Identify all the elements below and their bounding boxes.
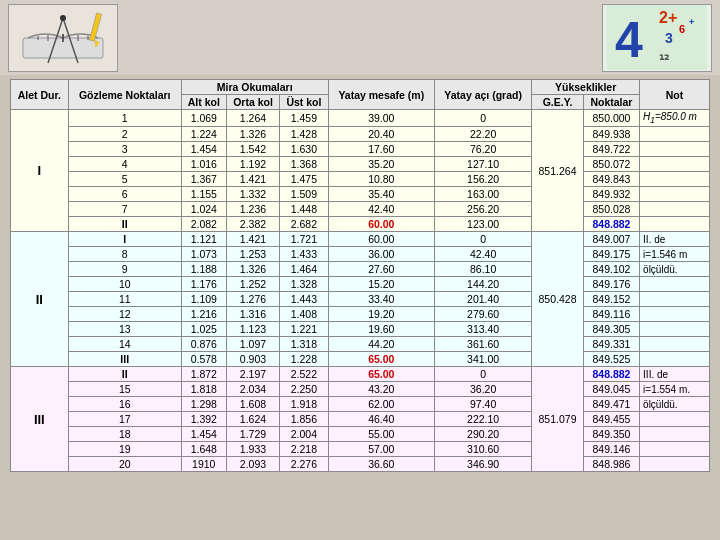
yatay-aci-cell: 156.20 bbox=[435, 172, 532, 187]
alt-kol-cell: 1.069 bbox=[181, 110, 226, 127]
yatay-aci-cell: 22.20 bbox=[435, 127, 532, 142]
orta-kol-cell: 1.252 bbox=[226, 277, 280, 292]
orta-kol-cell: 1.933 bbox=[226, 442, 280, 457]
yatay-aci-cell: 290.20 bbox=[435, 427, 532, 442]
noktalar-cell: 849.176 bbox=[583, 277, 639, 292]
not-cell: ölçüldü. bbox=[640, 262, 710, 277]
table-row: 31.4541.5421.63017.6076.20849.722 bbox=[11, 142, 710, 157]
yatay-mesafe-cell: 62.00 bbox=[328, 397, 435, 412]
yatay-mesafe-cell: 19.20 bbox=[328, 307, 435, 322]
col-yatay-mesafe: Yatay mesafe (m) bbox=[328, 80, 435, 110]
orta-kol-cell: 1.332 bbox=[226, 187, 280, 202]
not-cell bbox=[640, 352, 710, 367]
table-row: 181.4541.7292.00455.00290.20849.350 bbox=[11, 427, 710, 442]
orta-kol-cell: 1.236 bbox=[226, 202, 280, 217]
svg-text:6: 6 bbox=[679, 23, 685, 35]
nokta-cell: III bbox=[68, 352, 181, 367]
yatay-mesafe-cell: 42.40 bbox=[328, 202, 435, 217]
yatay-mesafe-cell: 36.60 bbox=[328, 457, 435, 472]
yatay-mesafe-cell: 60.00 bbox=[328, 217, 435, 232]
col-not: Not bbox=[640, 80, 710, 110]
not-cell bbox=[640, 442, 710, 457]
yatay-aci-cell: 310.60 bbox=[435, 442, 532, 457]
orta-kol-cell: 1.253 bbox=[226, 247, 280, 262]
not-cell bbox=[640, 142, 710, 157]
ust-kol-cell: 1.856 bbox=[280, 412, 328, 427]
col-yukseklikler: Yükseklikler bbox=[532, 80, 640, 95]
table-row: 121.2161.3161.40819.20279.60849.116 bbox=[11, 307, 710, 322]
not-cell: ölçüldü. bbox=[640, 397, 710, 412]
nokta-cell: 4 bbox=[68, 157, 181, 172]
ust-kol-cell: 2.682 bbox=[280, 217, 328, 232]
yatay-mesafe-cell: 55.00 bbox=[328, 427, 435, 442]
not-cell bbox=[640, 412, 710, 427]
not-cell: i=1.554 m. bbox=[640, 382, 710, 397]
alt-kol-cell: 1.176 bbox=[181, 277, 226, 292]
orta-kol-cell: 1.276 bbox=[226, 292, 280, 307]
table-container: Alet Dur. Gözleme Noktaları Mira Okumala… bbox=[0, 75, 720, 476]
nokta-cell: 14 bbox=[68, 337, 181, 352]
orta-kol-cell: 1.608 bbox=[226, 397, 280, 412]
orta-kol-cell: 2.034 bbox=[226, 382, 280, 397]
not-cell bbox=[640, 457, 710, 472]
alt-kol-cell: 1.121 bbox=[181, 232, 226, 247]
noktalar-cell: 848.986 bbox=[583, 457, 639, 472]
table-row: 81.0731.2531.43336.0042.40849.175i=1.546… bbox=[11, 247, 710, 262]
nokta-cell: 11 bbox=[68, 292, 181, 307]
col-gey: G.E.Y. bbox=[532, 95, 584, 110]
alt-kol-cell: 1910 bbox=[181, 457, 226, 472]
nokta-cell: 1 bbox=[68, 110, 181, 127]
yatay-mesafe-cell: 15.20 bbox=[328, 277, 435, 292]
yatay-aci-cell: 97.40 bbox=[435, 397, 532, 412]
not-cell bbox=[640, 172, 710, 187]
noktalar-cell: 849.932 bbox=[583, 187, 639, 202]
alt-kol-cell: 1.224 bbox=[181, 127, 226, 142]
ust-kol-cell: 2.276 bbox=[280, 457, 328, 472]
alt-kol-cell: 1.872 bbox=[181, 367, 226, 382]
svg-text:₁₂: ₁₂ bbox=[659, 48, 669, 63]
table-row: III0.5780.9031.22865.00341.00849.525 bbox=[11, 352, 710, 367]
col-orta-kol: Orta kol bbox=[226, 95, 280, 110]
alt-kol-cell: 2.082 bbox=[181, 217, 226, 232]
page-background: 4 2+ 3 ₁₂ 6 + Alet Dur. Gözleme Noktalar… bbox=[0, 0, 720, 540]
ust-kol-cell: 1.448 bbox=[280, 202, 328, 217]
svg-point-3 bbox=[60, 15, 66, 21]
noktalar-cell: 849.175 bbox=[583, 247, 639, 262]
not-cell bbox=[640, 217, 710, 232]
not-cell: i=1.546 m bbox=[640, 247, 710, 262]
noktalar-cell: 849.843 bbox=[583, 172, 639, 187]
svg-text:3: 3 bbox=[665, 30, 673, 46]
table-row: 61.1551.3321.50935.40163.00849.932 bbox=[11, 187, 710, 202]
ust-kol-cell: 1.428 bbox=[280, 127, 328, 142]
alt-kol-cell: 1.818 bbox=[181, 382, 226, 397]
yatay-mesafe-cell: 44.20 bbox=[328, 337, 435, 352]
svg-text:+: + bbox=[689, 17, 694, 27]
orta-kol-cell: 1.729 bbox=[226, 427, 280, 442]
yatay-aci-cell: 36.20 bbox=[435, 382, 532, 397]
gey-cell: 851.264 bbox=[532, 110, 584, 232]
not-cell: III. de bbox=[640, 367, 710, 382]
table-row: 171.3921.6241.85646.40222.10849.455 bbox=[11, 412, 710, 427]
alt-kol-cell: 1.648 bbox=[181, 442, 226, 457]
table-row: 2019102.0932.27636.60346.90848.986 bbox=[11, 457, 710, 472]
ust-kol-cell: 2.522 bbox=[280, 367, 328, 382]
alet-dur-cell: III bbox=[11, 367, 69, 472]
yatay-aci-cell: 0 bbox=[435, 367, 532, 382]
table-row: 131.0251.1231.22119.60313.40849.305 bbox=[11, 322, 710, 337]
noktalar-cell: 849.102 bbox=[583, 262, 639, 277]
noktalar-cell: 849.455 bbox=[583, 412, 639, 427]
yatay-aci-cell: 127.10 bbox=[435, 157, 532, 172]
table-row: 21.2241.3261.42820.4022.20849.938 bbox=[11, 127, 710, 142]
table-row: 91.1881.3261.46427.6086.10849.102ölçüldü… bbox=[11, 262, 710, 277]
orta-kol-cell: 2.382 bbox=[226, 217, 280, 232]
col-ust-kol: Üst kol bbox=[280, 95, 328, 110]
nokta-cell: 19 bbox=[68, 442, 181, 457]
yatay-aci-cell: 346.90 bbox=[435, 457, 532, 472]
orta-kol-cell: 1.097 bbox=[226, 337, 280, 352]
yatay-mesafe-cell: 27.60 bbox=[328, 262, 435, 277]
noktalar-cell: 849.471 bbox=[583, 397, 639, 412]
orta-kol-cell: 1.421 bbox=[226, 232, 280, 247]
ust-kol-cell: 1.408 bbox=[280, 307, 328, 322]
alt-kol-cell: 1.188 bbox=[181, 262, 226, 277]
yatay-aci-cell: 201.40 bbox=[435, 292, 532, 307]
